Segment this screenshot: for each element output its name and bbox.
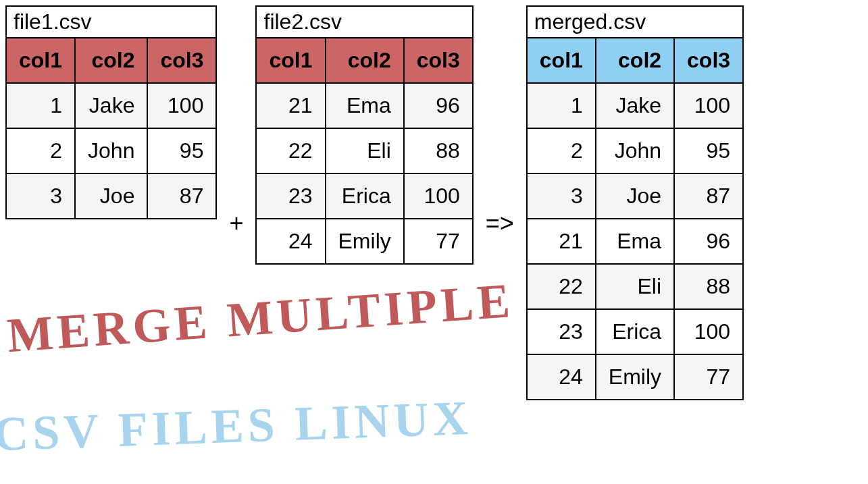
cell: 1 — [6, 83, 75, 128]
cell: 3 — [6, 173, 75, 219]
cell: Emily — [596, 354, 674, 400]
cell: 3 — [527, 173, 596, 219]
file2-table-block: file2.csv col1 col2 col3 21 Ema 96 22 El… — [255, 5, 473, 265]
file1-col-header: col3 — [147, 38, 216, 83]
cell: 2 — [6, 128, 75, 173]
file2-table: col1 col2 col3 21 Ema 96 22 Eli 88 23 — [255, 37, 473, 265]
table-row: 23 Erica 100 — [527, 309, 743, 354]
cell: Joe — [596, 173, 674, 219]
cell: Jake — [75, 83, 147, 128]
file1-table: col1 col2 col3 1 Jake 100 2 John 95 3 — [5, 37, 217, 219]
caption-line2: CSV FILES LINUX — [0, 390, 473, 463]
cell: Erica — [596, 309, 674, 354]
file2-header: col1 col2 col3 — [256, 38, 472, 83]
merged-col-header: col3 — [674, 38, 743, 83]
file1-col-header: col1 — [6, 38, 75, 83]
merged-filename: merged.csv — [526, 5, 744, 37]
table-row: 3 Joe 87 — [527, 173, 743, 219]
cell: 77 — [404, 219, 473, 264]
cell: 100 — [404, 173, 473, 219]
arrow-operator: => — [474, 209, 526, 238]
cell: 87 — [147, 173, 216, 219]
cell: 88 — [674, 264, 743, 309]
cell: 1 — [527, 83, 596, 128]
cell: 21 — [256, 83, 325, 128]
cell: Eli — [596, 264, 674, 309]
cell: 21 — [527, 219, 596, 264]
cell: 2 — [527, 128, 596, 173]
merged-col-header: col2 — [596, 38, 674, 83]
merged-col-header: col1 — [527, 38, 596, 83]
cell: 88 — [404, 128, 473, 173]
cell: Ema — [326, 83, 404, 128]
cell: 22 — [527, 264, 596, 309]
table-row: 22 Eli 88 — [527, 264, 743, 309]
table-row: 2 John 95 — [527, 128, 743, 173]
file2-col-header: col1 — [256, 38, 325, 83]
table-row: 2 John 95 — [6, 128, 216, 173]
file1-col-header: col2 — [75, 38, 147, 83]
table-row: 24 Emily 77 — [527, 354, 743, 400]
cell: 22 — [256, 128, 325, 173]
cell: 100 — [674, 83, 743, 128]
cell: Emily — [326, 219, 404, 264]
cell: 95 — [674, 128, 743, 173]
merged-table: col1 col2 col3 1 Jake 100 2 John 95 3 — [526, 37, 744, 400]
table-row: 21 Ema 96 — [256, 83, 472, 128]
cell: Joe — [75, 173, 147, 219]
cell: 96 — [404, 83, 473, 128]
cell: 100 — [147, 83, 216, 128]
table-row: 24 Emily 77 — [256, 219, 472, 264]
cell: 100 — [674, 309, 743, 354]
file2-col-header: col3 — [404, 38, 473, 83]
cell: John — [596, 128, 674, 173]
file1-filename: file1.csv — [5, 5, 217, 37]
cell: 95 — [147, 128, 216, 173]
merged-table-block: merged.csv col1 col2 col3 1 Jake 100 2 J… — [526, 5, 744, 400]
table-row: 1 Jake 100 — [527, 83, 743, 128]
cell: John — [75, 128, 147, 173]
cell: Erica — [326, 173, 404, 219]
table-row: 3 Joe 87 — [6, 173, 216, 219]
plus-operator: + — [217, 209, 255, 238]
cell: 23 — [527, 309, 596, 354]
cell: 23 — [256, 173, 325, 219]
file2-filename: file2.csv — [255, 5, 473, 37]
file2-col-header: col2 — [326, 38, 404, 83]
cell: 24 — [527, 354, 596, 400]
cell: 96 — [674, 219, 743, 264]
table-row: 23 Erica 100 — [256, 173, 472, 219]
table-row: 1 Jake 100 — [6, 83, 216, 128]
table-row: 22 Eli 88 — [256, 128, 472, 173]
table-row: 21 Ema 96 — [527, 219, 743, 264]
cell: 77 — [674, 354, 743, 400]
cell: 24 — [256, 219, 325, 264]
file1-table-block: file1.csv col1 col2 col3 1 Jake 100 2 Jo… — [5, 5, 217, 219]
cell: Ema — [596, 219, 674, 264]
cell: Eli — [326, 128, 404, 173]
file1-header: col1 col2 col3 — [6, 38, 216, 83]
cell: 87 — [674, 173, 743, 219]
cell: Jake — [596, 83, 674, 128]
merged-header: col1 col2 col3 — [527, 38, 743, 83]
